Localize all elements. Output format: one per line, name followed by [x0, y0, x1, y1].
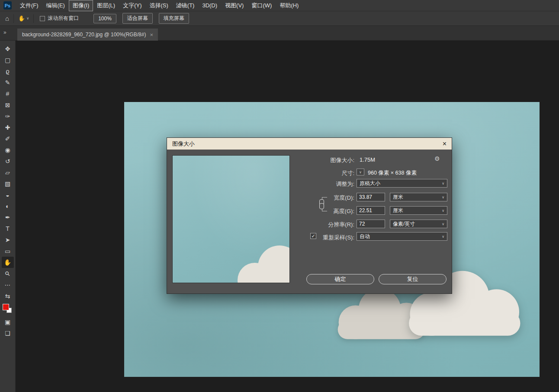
dimensions-label: 尺寸:	[280, 169, 354, 177]
menu-layer[interactable]: 图层(L)	[93, 0, 119, 11]
dimensions-unit-dropdown[interactable]: ∨	[357, 169, 364, 175]
frame-tool-icon: ⊠	[5, 102, 10, 108]
hand-tool-preset[interactable]: ✋ ∨	[18, 15, 29, 22]
menu-filter[interactable]: 滤镜(T)	[172, 0, 199, 11]
edit-toolbar-button[interactable]: ⋯	[2, 279, 14, 290]
dialog-body: 图像大小: 1.75M ⚙ 尺寸: ∨ 960 像素 × 638 像素 调整为:…	[167, 150, 452, 293]
fit-screen-button[interactable]: 适合屏幕	[122, 13, 153, 24]
quick-selection-tool-icon: ✎	[5, 79, 10, 86]
lasso-tool[interactable]: ϱ	[2, 66, 14, 77]
width-input[interactable]	[357, 193, 385, 201]
eyedropper-tool-icon: ✑	[5, 113, 10, 120]
pen-tool[interactable]: ✒	[2, 212, 14, 223]
height-unit-value: 厘米	[393, 207, 403, 214]
fill-screen-button[interactable]: 填充屏幕	[159, 13, 189, 24]
menu-view[interactable]: 视图(V)	[221, 0, 247, 11]
eraser-tool[interactable]: ▱	[2, 167, 14, 178]
rectangular-marquee-tool[interactable]: ▢	[2, 54, 14, 66]
frame-tool[interactable]: ⊠	[2, 99, 14, 111]
image-size-value: 1.75M	[360, 156, 375, 163]
quick-mask-button[interactable]: ▣	[2, 316, 14, 328]
document-tab-bar: » background-2828269_960_720.jpg @ 100%(…	[0, 26, 559, 41]
clone-stamp-tool-icon: ◉	[5, 147, 10, 153]
menu-type[interactable]: 文字(Y)	[119, 0, 145, 11]
chevron-down-icon: ∨	[359, 170, 362, 174]
photoshop-window: Ps 文件(F) 编辑(E) 图像(I) 图层(L) 文字(Y) 选择(S) 滤…	[0, 0, 559, 392]
image-size-dialog: 图像大小 × 图像大小: 1.75M ⚙ 尺寸: ∨ 960 像素 × 638 …	[167, 137, 452, 294]
height-label: 高度(G):	[280, 207, 354, 215]
history-brush-tool[interactable]: ↺	[2, 156, 14, 167]
scroll-all-windows-option[interactable]: 滚动所有窗口	[40, 15, 79, 22]
menu-image[interactable]: 图像(I)	[69, 0, 93, 11]
collapse-panels-icon[interactable]: »	[3, 29, 6, 35]
width-unit-select[interactable]: 厘米 ∨	[390, 193, 447, 201]
gradient-tool[interactable]: ▧	[2, 178, 14, 189]
dialog-title: 图像大小	[172, 140, 195, 148]
quick-mask-icon: ▣	[5, 319, 10, 325]
fit-to-label: 调整为:	[280, 180, 354, 188]
dialog-title-bar[interactable]: 图像大小 ×	[167, 138, 452, 150]
scroll-all-windows-label: 滚动所有窗口	[48, 15, 79, 22]
resample-select[interactable]: 自动 ∨	[357, 232, 447, 241]
menu-3d[interactable]: 3D(D)	[198, 0, 221, 10]
tab-close-icon[interactable]: ×	[150, 32, 153, 38]
crop-tool[interactable]: #	[2, 88, 14, 99]
ok-button[interactable]: 确定	[306, 274, 374, 284]
healing-brush-tool-icon: ✚	[5, 124, 10, 131]
brush-tool[interactable]: ✐	[2, 133, 14, 144]
height-input[interactable]	[357, 206, 385, 215]
zoom-100-button[interactable]: 100%	[93, 14, 116, 23]
dialog-close-icon[interactable]: ×	[443, 140, 447, 147]
fit-to-select[interactable]: 原稿大小 ∨	[357, 179, 447, 188]
foreground-color-swatch[interactable]	[3, 304, 9, 310]
hand-icon: ✋	[18, 15, 25, 22]
divider	[33, 14, 34, 23]
blur-tool[interactable]: ◒	[2, 189, 14, 201]
options-bar: ⌂ ✋ ∨ 滚动所有窗口 100% 适合屏幕 填充屏幕	[0, 11, 559, 26]
photoshop-logo: Ps	[3, 1, 12, 10]
reset-button[interactable]: 复位	[379, 274, 447, 284]
zoom-tool[interactable]: ⚲	[2, 268, 14, 279]
rectangle-tool[interactable]: ▭	[2, 245, 14, 257]
document-tab[interactable]: background-2828269_960_720.jpg @ 100%(RG…	[17, 29, 158, 41]
move-tool-icon: ✥	[5, 45, 10, 52]
chevron-down-icon: ∨	[442, 182, 444, 185]
resample-value: 自动	[360, 233, 370, 240]
move-tool[interactable]: ✥	[2, 43, 14, 54]
clone-stamp-tool[interactable]: ◉	[2, 144, 14, 156]
chevron-down-icon: ∨	[442, 209, 444, 213]
path-selection-tool-icon: ➤	[5, 236, 10, 243]
resolution-unit-select[interactable]: 像素/英寸 ∨	[390, 220, 447, 228]
document-tab-title: background-2828269_960_720.jpg @ 100%(RG…	[22, 32, 146, 38]
type-tool[interactable]: T	[2, 223, 14, 234]
home-icon[interactable]: ⌂	[5, 15, 9, 22]
color-swatches	[3, 304, 13, 314]
menu-bar: Ps 文件(F) 编辑(E) 图像(I) 图层(L) 文字(Y) 选择(S) 滤…	[0, 0, 559, 11]
quick-selection-tool[interactable]: ✎	[2, 77, 14, 88]
hand-tool[interactable]: ✋	[2, 257, 14, 268]
menu-help[interactable]: 帮助(H)	[276, 0, 302, 11]
fit-to-value: 原稿大小	[360, 180, 380, 187]
image-preview[interactable]	[172, 155, 290, 283]
image-size-label: 图像大小:	[280, 156, 354, 164]
zoom-tool-icon: ⚲	[3, 270, 12, 278]
eyedropper-tool[interactable]: ✑	[2, 111, 14, 122]
rectangle-tool-icon: ▭	[5, 248, 10, 255]
gear-icon[interactable]: ⚙	[434, 155, 440, 162]
resolution-unit-value: 像素/英寸	[393, 220, 415, 228]
resolution-input[interactable]	[357, 220, 385, 228]
menu-edit[interactable]: 编辑(E)	[42, 0, 69, 11]
path-selection-tool[interactable]: ➤	[2, 234, 14, 245]
width-unit-value: 厘米	[393, 194, 403, 201]
menu-window[interactable]: 窗口(W)	[247, 0, 276, 11]
switch-colors-button[interactable]: ⇆	[2, 290, 14, 302]
healing-brush-tool[interactable]: ✚	[2, 122, 14, 133]
menu-file[interactable]: 文件(F)	[16, 0, 42, 11]
menu-select[interactable]: 选择(S)	[145, 0, 172, 11]
height-unit-select[interactable]: 厘米 ∨	[390, 206, 447, 215]
scroll-all-windows-checkbox[interactable]	[40, 16, 45, 21]
lasso-tool-icon: ϱ	[6, 68, 9, 75]
screen-mode-button[interactable]: ❏	[2, 328, 14, 339]
preview-cloud	[230, 240, 290, 283]
dodge-tool[interactable]: ◐	[2, 201, 14, 212]
